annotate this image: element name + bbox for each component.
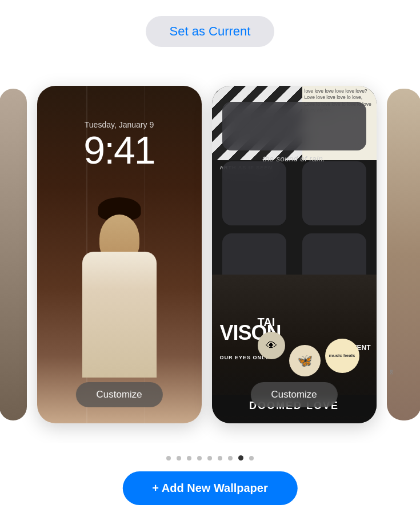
person-illustration (62, 206, 177, 378)
lock-screen-date: Tuesday, January 9 (37, 120, 202, 129)
dot-9[interactable] (249, 456, 254, 460)
dot-3[interactable] (187, 456, 191, 460)
music-heals-text: music heals (329, 353, 355, 359)
partial-right-label: sc (389, 370, 394, 375)
sound-of-rain-text: the sound of rain. (212, 154, 377, 163)
blurred-widget-top (222, 102, 366, 150)
music-heals-badge: music heals (325, 339, 359, 373)
blurred-widget-middle-right (302, 161, 366, 225)
customize-button-1[interactable]: Customize (75, 382, 162, 407)
dot-2[interactable] (177, 456, 181, 460)
set-as-current-button[interactable]: Set as Current (146, 16, 275, 47)
partial-right-card[interactable]: sc (387, 89, 421, 420)
lock-screen-time: 9:41 (37, 130, 202, 169)
blurred-widget-middle-left (222, 161, 286, 225)
dot-6[interactable] (218, 456, 222, 460)
customize-button-2[interactable]: Customize (250, 382, 337, 407)
pagination-dots (0, 455, 420, 460)
add-new-wallpaper-button[interactable]: + Add New Wallpaper (122, 471, 297, 505)
eye-badge: 👁 (258, 332, 285, 359)
butterfly-badge: 🦋 (289, 345, 321, 376)
dot-5[interactable] (207, 456, 212, 460)
wallpaper-card-1[interactable]: Tuesday, January 9 9:41 Customize (37, 86, 202, 423)
dot-7[interactable] (228, 456, 233, 460)
dot-1[interactable] (166, 456, 171, 460)
wallpaper-carousel: Tuesday, January 9 9:41 Customize love l… (0, 66, 420, 443)
dot-4[interactable] (197, 456, 202, 460)
wallpaper-card-2[interactable]: love love love love love love? Love love… (212, 86, 377, 423)
lock-screen-time-area: Tuesday, January 9 9:41 (37, 120, 202, 169)
dot-8[interactable] (238, 455, 243, 460)
partial-left-card[interactable] (0, 89, 27, 420)
